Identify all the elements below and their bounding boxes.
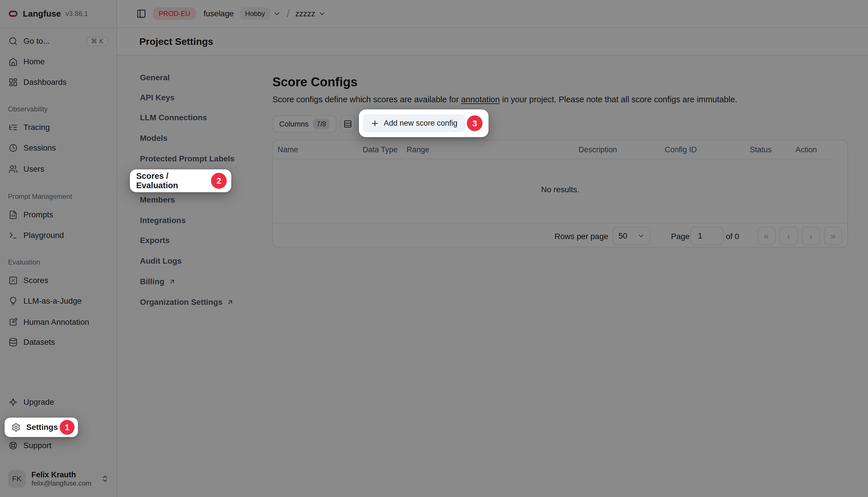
- sidebar-item-settings[interactable]: Settings 1: [4, 417, 78, 437]
- plus-icon: [371, 119, 379, 128]
- app-window: PROD-EU fuselage Hobby / zzzzz Project S…: [0, 0, 868, 497]
- gear-icon: [11, 423, 20, 432]
- add-score-config-spotlight: Add new score config 3: [359, 109, 489, 137]
- tour-step-badge-1: 1: [60, 420, 74, 435]
- tour-step-badge-3: 3: [467, 115, 482, 131]
- add-new-score-config-button[interactable]: Add new score config: [363, 114, 465, 132]
- settings-nav-label: Scores / Evaluation: [136, 171, 211, 190]
- tour-step-badge-2: 2: [211, 173, 227, 189]
- sidebar-item-label: Settings: [26, 423, 58, 432]
- add-button-label: Add new score config: [384, 119, 458, 128]
- tour-dim-overlay: [0, 0, 868, 497]
- settings-nav-scores-evaluation[interactable]: Scores / Evaluation 2: [130, 169, 231, 192]
